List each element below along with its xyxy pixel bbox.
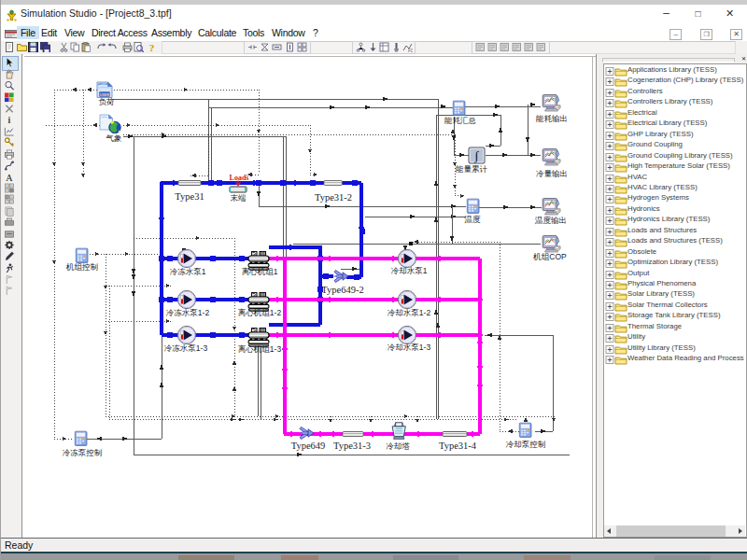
svg-text:i: i [8,115,11,125]
svg-text:Type31: Type31 [175,191,204,202]
svg-text:?: ? [149,42,155,52]
svg-text:冷量输出: 冷量输出 [536,169,568,178]
svg-text:能量累计: 能量累计 [455,164,488,174]
svg-text:冷冻泵控制: 冷冻泵控制 [63,448,103,457]
svg-text:冷冻水泵1-3: 冷冻水泵1-3 [164,343,208,353]
svg-text:Type31-2: Type31-2 [315,192,352,203]
svg-text:气象: 气象 [106,133,123,143]
svg-text:冷冻水泵1-2: 冷冻水泵1-2 [166,308,210,317]
svg-text:负荷: 负荷 [99,97,115,106]
svg-text:冷却塔: 冷却塔 [386,441,410,451]
svg-text:Loads: Loads [230,174,249,182]
svg-text:冷冻水泵1: 冷冻水泵1 [170,267,206,276]
svg-text:冷却水泵1-2: 冷却水泵1-2 [388,308,431,317]
svg-text:机组控制: 机组控制 [65,262,99,272]
svg-text:Type31-4: Type31-4 [439,441,477,451]
svg-text:Type649: Type649 [291,441,326,451]
svg-text:机组COP: 机组COP [532,252,567,261]
svg-text:能耗输出: 能耗输出 [535,114,568,123]
svg-text:离心机组1-2: 离心机组1-2 [238,308,282,317]
svg-text:FOR: FOR [408,49,413,53]
svg-text:Type649-2: Type649-2 [321,285,363,295]
svg-text:A: A [6,173,13,182]
svg-text:冷却泵控制: 冷却泵控制 [506,440,546,449]
svg-text:末端: 末端 [231,193,247,203]
svg-text:能耗汇总: 能耗汇总 [444,116,477,125]
svg-text:Type31-3: Type31-3 [333,441,371,451]
svg-text:温度输出: 温度输出 [534,216,567,225]
svg-text:温度: 温度 [464,215,482,224]
svg-text:离心机组1-3: 离心机组1-3 [238,344,282,354]
svg-text:离心机组1: 离心机组1 [242,267,278,276]
svg-text:冷却水泵1-3: 冷却水泵1-3 [388,343,431,352]
svg-text:冷却水泵1: 冷却水泵1 [391,266,428,275]
